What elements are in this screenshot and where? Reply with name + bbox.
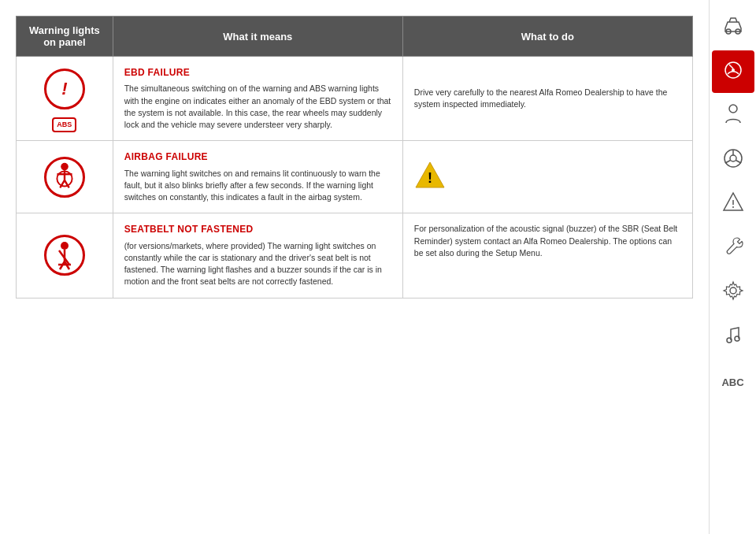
icon-cell-ebd: ! ABS: [17, 57, 113, 141]
sidebar-item-music[interactable]: [712, 315, 754, 358]
seatbelt-title: SEATBELT NOT FASTENED: [124, 223, 391, 236]
abc-label: ABC: [721, 376, 743, 388]
airbag-means-body: The warning light switches on and remain…: [124, 168, 391, 204]
sidebar-item-abc[interactable]: ABC: [712, 359, 754, 402]
svg-point-19: [729, 105, 737, 113]
icon-cell-airbag: [17, 141, 113, 213]
sidebar: ABC: [709, 0, 756, 534]
ebd-warning-circle: !: [44, 69, 85, 109]
warning-table: Warning lights on panel What it means Wh…: [16, 16, 693, 299]
todo-cell-ebd: Drive very carefully to the nearest Alfa…: [402, 57, 692, 141]
means-cell-airbag: AIRBAG FAILURE The warning light switche…: [113, 141, 402, 213]
ebd-icon-stack: ! ABS: [21, 65, 108, 132]
sidebar-item-wrench[interactable]: [712, 227, 754, 269]
airbag-icon-circle: [44, 157, 85, 198]
gear-icon: [721, 279, 745, 306]
svg-point-8: [61, 242, 69, 250]
sidebar-item-dashboard[interactable]: [712, 50, 754, 93]
means-cell-ebd: EBD FAILURE The simultaneous switching o…: [113, 57, 402, 141]
header-col-todo: What to do: [402, 17, 692, 57]
person-icon: [721, 102, 745, 129]
steering-wheel-icon: [721, 146, 745, 173]
table-row: SEATBELT NOT FASTENED (for versions/mark…: [17, 213, 693, 298]
music-icon: [721, 323, 745, 350]
svg-point-21: [730, 155, 736, 161]
main-content: Warning lights on panel What it means Wh…: [0, 0, 709, 534]
seatbelt-svg-icon: [47, 238, 82, 273]
means-cell-seatbelt: SEATBELT NOT FASTENED (for versions/mark…: [113, 213, 402, 298]
sidebar-item-warning[interactable]: [712, 183, 754, 225]
dashboard-icon: [721, 58, 745, 85]
ebd-means-body: The simultaneous switching on of the war…: [124, 83, 391, 131]
icon-cell-seatbelt: [17, 213, 113, 298]
table-row: ! ABS EBD FAILURE The simultaneous switc…: [17, 57, 693, 141]
svg-point-27: [732, 206, 734, 208]
header-col-means: What it means: [113, 17, 402, 57]
car-icon: [721, 14, 745, 41]
abs-badge: ABS: [52, 117, 76, 132]
svg-text:!: !: [428, 170, 432, 186]
svg-point-28: [730, 287, 736, 294]
svg-line-24: [736, 161, 741, 164]
triangle-icon: [721, 191, 745, 217]
sidebar-item-gear[interactable]: [712, 271, 754, 313]
svg-line-23: [725, 161, 731, 164]
sidebar-item-steering[interactable]: [712, 139, 754, 181]
exclamation-icon: !: [61, 76, 67, 102]
airbag-warning-triangle: !: [414, 161, 446, 189]
header-col-icon: Warning lights on panel: [17, 17, 113, 57]
todo-cell-seatbelt: For personalization of the acoustic sign…: [402, 213, 692, 298]
svg-point-0: [61, 163, 69, 171]
airbag-svg-icon: [46, 158, 83, 196]
airbag-title: AIRBAG FAILURE: [124, 150, 391, 164]
svg-line-18: [729, 65, 733, 69]
seatbelt-todo-body: For personalization of the acoustic sign…: [414, 223, 681, 259]
seatbelt-icon-circle: [44, 235, 85, 276]
table-row: AIRBAG FAILURE The warning light switche…: [17, 141, 693, 213]
ebd-todo-body: Drive very carefully to the nearest Alfa…: [414, 87, 681, 110]
triangle-svg: !: [414, 161, 446, 189]
seatbelt-means-body: (for versions/markets, where provided) T…: [124, 240, 391, 288]
wrench-icon: [721, 235, 745, 261]
sidebar-item-car[interactable]: [712, 6, 754, 49]
todo-cell-airbag: !: [402, 141, 692, 213]
sidebar-item-person[interactable]: [712, 95, 754, 137]
ebd-title: EBD FAILURE: [124, 66, 391, 80]
